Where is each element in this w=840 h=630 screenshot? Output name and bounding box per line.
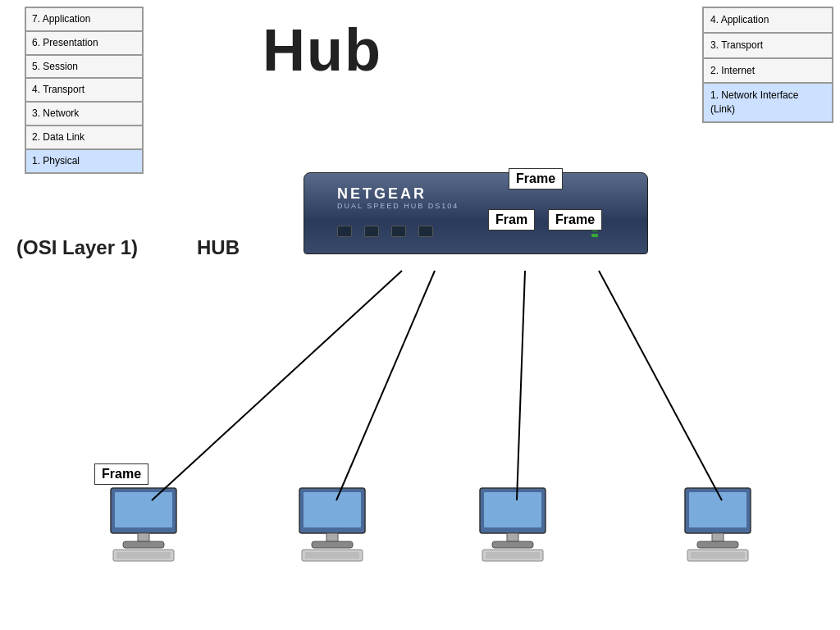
computer-1 bbox=[98, 484, 189, 568]
svg-rect-27 bbox=[691, 552, 745, 559]
frame-label-pc1: Frame bbox=[94, 463, 148, 485]
osi-row-presentation: 6. Presentation bbox=[25, 31, 143, 55]
frame-label-bottom-left: Fram bbox=[488, 209, 535, 231]
hub-light-3 bbox=[591, 234, 598, 237]
computer-3-icon bbox=[468, 484, 558, 566]
frame-label-top: Frame bbox=[509, 168, 563, 189]
osi-row-application: 7. Application bbox=[25, 7, 143, 31]
computer-1-icon bbox=[98, 484, 189, 566]
osi-layer-label: (OSI Layer 1) bbox=[16, 236, 138, 259]
hub-port-1 bbox=[337, 226, 352, 237]
osi-row-network: 3. Network bbox=[25, 102, 143, 126]
svg-rect-6 bbox=[138, 533, 149, 541]
frame-label-bottom-right: Frame bbox=[548, 209, 602, 231]
hub-brand-label: NETGEAR bbox=[337, 185, 427, 203]
svg-rect-11 bbox=[304, 492, 361, 527]
computer-2 bbox=[287, 484, 377, 568]
svg-rect-13 bbox=[312, 541, 353, 548]
osi-model-left: 7. Application 6. Presentation 5. Sessio… bbox=[25, 7, 144, 174]
tcpip-row-transport: 3. Transport bbox=[703, 33, 833, 58]
svg-rect-18 bbox=[507, 533, 518, 541]
svg-rect-5 bbox=[115, 492, 172, 527]
hub-port-2 bbox=[364, 226, 379, 237]
svg-line-1 bbox=[336, 271, 435, 500]
svg-rect-7 bbox=[123, 541, 164, 548]
tcpip-model-right: 4. Application 3. Transport 2. Internet … bbox=[702, 7, 833, 123]
hub-port-3 bbox=[391, 226, 406, 237]
osi-row-physical: 1. Physical bbox=[25, 149, 143, 173]
svg-rect-24 bbox=[712, 533, 724, 541]
computer-2-icon bbox=[287, 484, 377, 566]
svg-rect-23 bbox=[689, 492, 746, 527]
tcpip-row-internet: 2. Internet bbox=[703, 58, 833, 84]
hub-ports bbox=[337, 226, 433, 237]
svg-rect-15 bbox=[305, 552, 359, 559]
tcpip-row-netinterface: 1. Network Interface (Link) bbox=[703, 83, 833, 122]
hub-title: Hub bbox=[262, 16, 382, 84]
svg-rect-19 bbox=[492, 541, 533, 548]
svg-line-2 bbox=[517, 271, 525, 500]
hub-model-label: DUAL SPEED HUB DS104 bbox=[337, 202, 459, 210]
computer-4-icon bbox=[673, 484, 763, 566]
svg-line-0 bbox=[152, 271, 402, 500]
svg-rect-17 bbox=[484, 492, 541, 527]
svg-rect-21 bbox=[486, 552, 540, 559]
svg-rect-25 bbox=[697, 541, 738, 548]
computer-3 bbox=[468, 484, 558, 568]
computer-4 bbox=[673, 484, 763, 568]
osi-row-session: 5. Session bbox=[25, 55, 143, 79]
osi-row-datalink: 2. Data Link bbox=[25, 126, 143, 149]
svg-line-3 bbox=[599, 271, 722, 500]
svg-rect-12 bbox=[326, 533, 338, 541]
hub-device-label: HUB bbox=[197, 236, 240, 259]
tcpip-row-application: 4. Application bbox=[703, 7, 833, 33]
hub-port-4 bbox=[418, 226, 433, 237]
svg-rect-9 bbox=[116, 552, 171, 559]
osi-row-transport: 4. Transport bbox=[25, 78, 143, 102]
